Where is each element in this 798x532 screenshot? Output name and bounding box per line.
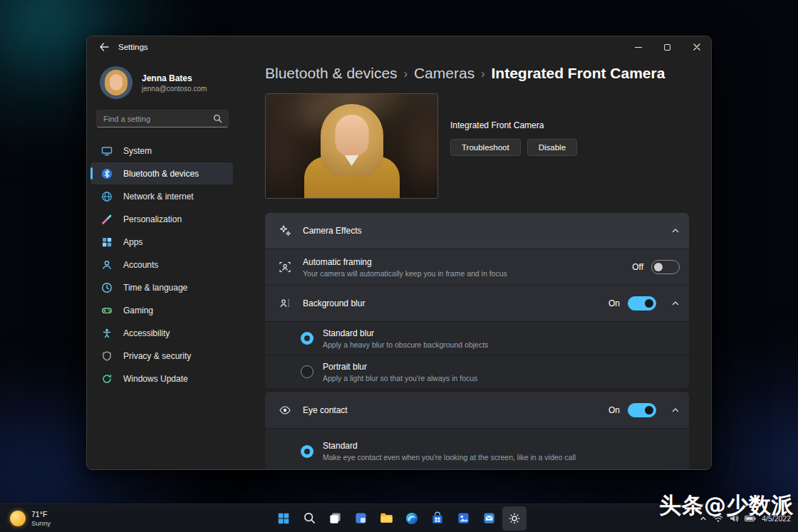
close-icon (693, 43, 700, 51)
eye-contact-toggle[interactable] (628, 403, 656, 417)
main-content: Bluetooth & devices › Cameras › Integrat… (264, 58, 711, 469)
settings-icon (507, 511, 522, 526)
breadcrumb-separator-icon: › (481, 66, 484, 80)
disable-button[interactable]: Disable (527, 139, 577, 156)
camera-preview (265, 93, 438, 199)
portrait-blur-option[interactable]: Portrait blur Apply a light blur so that… (265, 355, 689, 388)
sidebar-item-gaming[interactable]: Gaming (90, 299, 233, 321)
store-button[interactable] (425, 506, 450, 531)
background-blur-row[interactable]: Background blur On (265, 285, 689, 321)
portrait-blur-desc: Apply a light blur so that you're always… (323, 374, 680, 382)
troubleshoot-button[interactable]: Troubleshoot (450, 139, 521, 156)
sidebar-item-label: System (123, 146, 152, 156)
photos-button[interactable] (451, 506, 475, 531)
file-explorer-icon (379, 511, 394, 526)
eye-contact-standard-radio[interactable] (301, 445, 314, 458)
eye-contact-icon (278, 403, 292, 417)
bluetooth-icon (101, 168, 113, 179)
background-blur-title: Background blur (303, 298, 608, 308)
device-name: Integrated Front Camera (450, 120, 577, 130)
sidebar-item-accounts[interactable]: Accounts (90, 254, 233, 276)
camera-effects-header[interactable]: Camera Effects (265, 213, 689, 249)
standard-blur-option[interactable]: Standard blur Apply a heavy blur to obsc… (265, 321, 689, 355)
eye-contact-title: Eye contact (303, 405, 608, 415)
camera-preview-section: Integrated Front Camera Troubleshoot Dis… (265, 93, 689, 199)
sidebar-item-accessibility[interactable]: Accessibility (90, 322, 233, 344)
standard-blur-radio[interactable] (301, 332, 314, 345)
eye-contact-state: On (608, 405, 620, 415)
camera-effects-icon (278, 224, 292, 238)
eye-contact-group: Eye contact On Standard Make eye contact… (265, 392, 689, 470)
breadcrumb-bluetooth-devices[interactable]: Bluetooth & devices (265, 65, 398, 82)
automatic-framing-toggle[interactable] (651, 260, 680, 274)
sidebar-item-privacy-security[interactable]: Privacy & security (90, 345, 233, 367)
sidebar-item-bluetooth-devices[interactable]: Bluetooth & devices (90, 162, 233, 184)
portrait-blur-radio[interactable] (301, 365, 314, 378)
preview-person-face (335, 115, 368, 156)
chevron-up-icon[interactable] (671, 226, 680, 235)
close-button[interactable] (682, 36, 711, 58)
windows-update-icon (101, 373, 113, 385)
edge-button[interactable] (400, 506, 424, 531)
store-icon (430, 511, 445, 526)
sidebar-item-label: Accessibility (123, 328, 170, 338)
taskbar-center (271, 504, 527, 532)
sidebar-item-label: Apps (123, 237, 142, 247)
breadcrumb-cameras[interactable]: Cameras (414, 65, 475, 82)
back-button[interactable] (99, 43, 109, 51)
desktop: Settings Jenna Bates jenna@contoso.com (0, 0, 798, 532)
sidebar-item-label: Gaming (123, 306, 153, 315)
start-button[interactable] (271, 506, 296, 531)
file-explorer-button[interactable] (374, 506, 398, 531)
avatar (100, 66, 133, 99)
window-title: Settings (118, 43, 148, 51)
search-icon (303, 511, 316, 525)
search-box[interactable] (96, 110, 229, 127)
maximize-button[interactable] (653, 36, 682, 58)
eye-contact-row[interactable]: Eye contact On (265, 392, 689, 428)
mail-button[interactable] (477, 506, 501, 531)
eye-contact-standard-title: Standard (323, 441, 680, 451)
background-blur-toggle[interactable] (628, 296, 656, 311)
sidebar-item-windows-update[interactable]: Windows Update (90, 367, 233, 390)
sidebar-item-label: Accounts (123, 260, 158, 270)
settings-button[interactable] (502, 506, 527, 531)
automatic-framing-icon (278, 260, 292, 274)
search-input[interactable] (97, 115, 213, 123)
sidebar-item-system[interactable]: System (90, 140, 233, 162)
minimize-button[interactable] (623, 36, 653, 58)
weather-widget[interactable]: 71°F Sunny (4, 504, 56, 532)
breadcrumb-current-page: Integrated Front Camera (491, 65, 665, 82)
toggle-knob (654, 263, 663, 271)
accessibility-icon (101, 328, 113, 339)
privacy-security-icon (101, 350, 113, 362)
device-info: Integrated Front Camera Troubleshoot Dis… (450, 93, 577, 199)
task-view-button[interactable] (323, 506, 347, 531)
widgets-button[interactable] (348, 506, 373, 531)
breadcrumb: Bluetooth & devices › Cameras › Integrat… (265, 63, 689, 83)
sidebar-item-personalization[interactable]: Personalization (90, 208, 233, 230)
sidebar-item-apps[interactable]: Apps (90, 231, 233, 253)
apps-icon (101, 236, 113, 248)
chevron-up-icon[interactable] (671, 406, 680, 414)
sidebar-item-time-language[interactable]: Time & language (90, 276, 233, 298)
background-blur-state: On (608, 298, 620, 308)
sun-icon (10, 511, 26, 526)
minimize-icon (635, 47, 642, 48)
toggle-knob (645, 406, 653, 414)
search-icon (213, 114, 222, 123)
sidebar-item-network-internet[interactable]: Network & internet (90, 185, 233, 207)
sidebar-item-label: Bluetooth & devices (123, 169, 199, 179)
gaming-icon (101, 305, 113, 316)
portrait-blur-title: Portrait blur (323, 362, 680, 372)
personalization-icon (101, 214, 113, 225)
profile[interactable]: Jenna Bates jenna@contoso.com (100, 66, 264, 99)
chevron-up-icon[interactable] (671, 299, 680, 308)
taskbar-search-button[interactable] (297, 506, 321, 531)
sidebar-nav: System Bluetooth & devices Network & int… (87, 140, 264, 390)
eye-contact-standard-option[interactable]: Standard Make eye contact even when you'… (265, 428, 689, 470)
sidebar-item-label: Personalization (123, 214, 182, 224)
accounts-icon (101, 259, 113, 271)
sidebar-item-label: Windows Update (123, 374, 188, 384)
window-controls (623, 36, 711, 58)
